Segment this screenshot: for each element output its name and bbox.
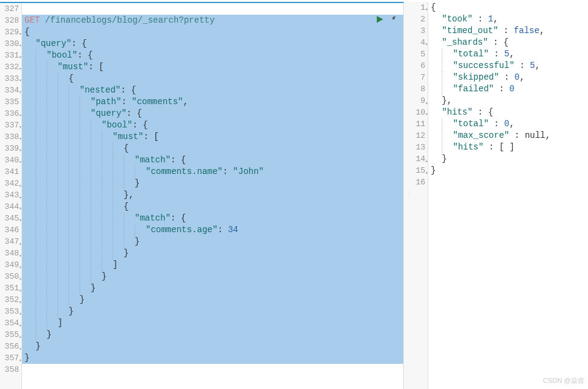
line-number: 338 <box>0 131 21 143</box>
line-number: 333 <box>0 73 21 85</box>
code-line: "nested": { <box>22 85 403 96</box>
line-number: 337 <box>0 119 21 131</box>
line-number: 16 <box>404 176 428 188</box>
line-number: 5 <box>404 48 428 60</box>
line-number: 6 <box>404 60 428 72</box>
code-line: "must": [ <box>22 61 403 73</box>
line-number: 331 <box>0 50 21 61</box>
code-line: "total" : 0, <box>428 118 588 130</box>
line-number: 13 <box>404 142 428 153</box>
run-icon[interactable] <box>375 15 384 24</box>
line-number: 7 <box>404 72 428 83</box>
line-number: 346 <box>0 224 21 236</box>
code-line: { <box>22 73 403 85</box>
code-line: } <box>428 165 588 176</box>
line-number: 332 <box>0 61 21 73</box>
code-line: } <box>22 178 403 189</box>
code-line: }, <box>22 189 403 201</box>
code-line: { <box>428 2 588 13</box>
code-line: } <box>22 282 403 294</box>
code-line: } <box>22 247 403 259</box>
code-line: "query": { <box>22 38 403 50</box>
line-number: 343 <box>0 189 21 201</box>
line-number: 345 <box>0 213 21 224</box>
line-number: 336 <box>0 108 21 119</box>
code-line: "match": { <box>22 213 403 224</box>
code-line: } <box>22 236 403 247</box>
response-panel: 12345678910111213141516 {"took" : 1,"tim… <box>404 2 588 389</box>
line-number: 9 <box>404 95 428 107</box>
code-line: } <box>22 271 403 282</box>
code-line: "bool": { <box>22 50 403 61</box>
code-line <box>22 3 403 15</box>
line-number: 15 <box>404 165 428 176</box>
request-gutter: 3273283293303313323333343353363373383393… <box>0 3 22 389</box>
code-line: ] <box>22 259 403 271</box>
line-number: 355 <box>0 329 21 341</box>
line-number: 334 <box>0 85 21 96</box>
line-number: 11 <box>404 118 428 130</box>
code-line: "bool": { <box>22 119 403 131</box>
line-number: 328 <box>0 15 21 26</box>
code-line: "timed_out" : false, <box>428 25 588 37</box>
resize-handle[interactable]: ⋮ <box>406 193 412 195</box>
line-number: 327 <box>0 3 21 15</box>
code-line: "query": { <box>22 108 403 119</box>
code-line: "max_score" : null, <box>428 130 588 142</box>
line-number: 353 <box>0 306 21 317</box>
code-line: "took" : 1, <box>428 13 588 25</box>
line-number: 330 <box>0 38 21 50</box>
line-number: 358 <box>0 364 21 376</box>
code-line: "match": { <box>22 154 403 166</box>
line-number: 357 <box>0 352 21 364</box>
line-number: 352 <box>0 294 21 306</box>
code-line: "hits" : [ ] <box>428 142 588 153</box>
line-number: 350 <box>0 271 21 282</box>
line-number: 339 <box>0 143 21 154</box>
code-line: "_shards" : { <box>428 37 588 48</box>
request-panel: 3273283293303313323333343353363373383393… <box>0 2 404 389</box>
code-line: "hits" : { <box>428 107 588 118</box>
line-number: 348 <box>0 247 21 259</box>
line-number: 351 <box>0 282 21 294</box>
request-editor[interactable]: GET /financeblogs/blog/_search?pretty{"q… <box>22 3 403 389</box>
code-line: "successful" : 5, <box>428 60 588 72</box>
code-line: "total" : 5, <box>428 48 588 60</box>
code-line: GET /financeblogs/blog/_search?pretty <box>22 15 403 26</box>
code-line: }, <box>428 95 588 107</box>
code-line: { <box>22 26 403 38</box>
code-line: } <box>22 352 403 364</box>
line-number: 335 <box>0 96 21 108</box>
request-actions <box>375 15 397 24</box>
code-line: { <box>22 201 403 213</box>
line-number: 341 <box>0 166 21 178</box>
request-path: /financeblogs/blog/_search?pretty <box>40 15 215 25</box>
code-line: } <box>428 153 588 165</box>
code-line: "failed" : 0 <box>428 83 588 95</box>
wrench-icon[interactable] <box>388 15 397 24</box>
code-line: "comments.name": "John" <box>22 166 403 178</box>
line-number: 4 <box>404 37 428 48</box>
line-number: 349 <box>0 259 21 271</box>
line-number: 347 <box>0 236 21 247</box>
code-line <box>22 364 403 376</box>
http-method: GET <box>24 15 40 25</box>
line-number: 14 <box>404 153 428 165</box>
line-number: 10 <box>404 107 428 118</box>
code-line: } <box>22 329 403 341</box>
code-line: } <box>22 341 403 352</box>
svg-marker-0 <box>377 16 383 23</box>
watermark: CSDN @焱齿 <box>543 376 584 385</box>
code-line: } <box>22 294 403 306</box>
line-number: 356 <box>0 341 21 352</box>
code-line: ] <box>22 317 403 329</box>
line-number: 344 <box>0 201 21 213</box>
code-line: { <box>22 143 403 154</box>
line-number: 12 <box>404 130 428 142</box>
code-line: "skipped" : 0, <box>428 72 588 83</box>
line-number: 1 <box>404 2 428 13</box>
response-viewer[interactable]: {"took" : 1,"timed_out" : false,"_shards… <box>428 2 588 389</box>
line-number: 8 <box>404 83 428 95</box>
code-line: } <box>22 306 403 317</box>
code-line: "path": "comments", <box>22 96 403 108</box>
